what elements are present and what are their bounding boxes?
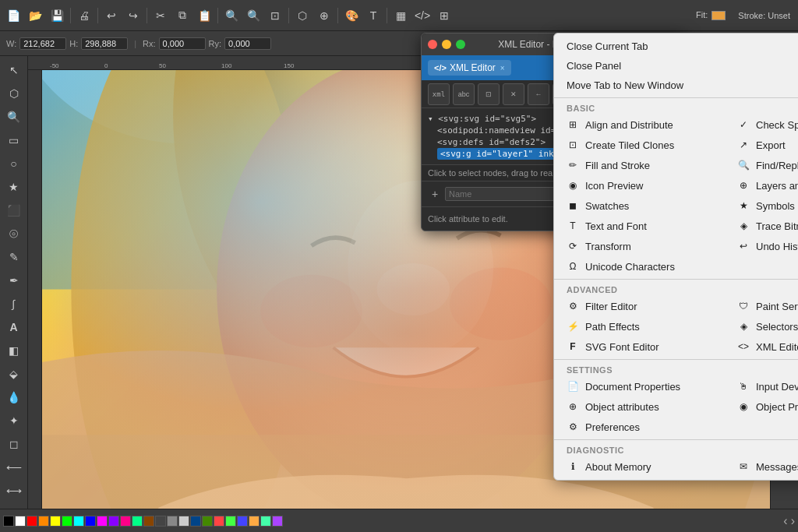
align-icon[interactable]: ⊞ [434,5,454,26]
text-tool-btn[interactable]: A [3,316,25,338]
copy-icon[interactable]: ⧉ [172,5,192,26]
xml-editor-tab-label[interactable]: XML Editor [450,62,496,73]
color-swatch-brown[interactable] [143,516,154,527]
color-swatch-peach[interactable] [249,516,260,527]
color-swatch-magenta[interactable] [97,516,108,527]
print-icon[interactable]: 🖨 [74,5,94,26]
menu-svg-font-editor[interactable]: F SVG Font Editor [554,336,725,357]
pencil-tool-btn[interactable]: ✎ [3,246,25,268]
xml-unindent-btn[interactable]: ← [528,83,549,105]
scroll-left-btn[interactable]: ‹ [783,514,787,528]
menu-path-effects[interactable]: ⚡ Path Effects [554,316,725,336]
color-swatch-lightblue[interactable] [237,516,248,527]
menu-check-spelling[interactable]: ✓ Check Spelling [725,115,798,135]
menu-icon-preview[interactable]: ◉ Icon Preview [554,175,725,196]
cut-icon[interactable]: ✂ [150,5,171,26]
w-input[interactable] [19,37,66,50]
gradient-icon[interactable]: ▦ [390,5,411,26]
color-swatch-white[interactable] [15,516,26,527]
color-picker-icon[interactable]: 🎨 [341,5,362,26]
color-swatch-lightred[interactable] [214,516,224,527]
menu-close-panel[interactable]: Close Panel [554,56,798,76]
xml-delete-btn[interactable]: ✕ [503,83,524,105]
dropper-btn[interactable]: 💧 [3,386,25,408]
undo-icon[interactable]: ↩ [101,5,122,26]
eraser-btn[interactable]: ◻ [3,433,25,455]
menu-layers-objects[interactable]: ⊕ Layers and Objects [725,175,798,196]
menu-unicode-chars[interactable]: Ω Unicode Characters [554,256,725,277]
xml-add-attr-btn[interactable]: + [428,186,442,202]
menu-text-font[interactable]: T Text and Font [554,216,725,236]
xml-editor-icon[interactable]: </> [412,5,433,26]
color-swatch-yellow[interactable] [50,516,61,527]
menu-document-props[interactable]: 📄 Document Properties [554,376,725,396]
color-swatch-pink[interactable] [120,516,131,527]
menu-filter-editor[interactable]: ⚙ Filter Editor [554,296,725,316]
select-tool-btn[interactable]: ↖ [3,59,25,81]
gradient-tool-btn[interactable]: ◧ [3,340,25,361]
menu-paint-servers[interactable]: 🛡 Paint Servers [725,296,798,316]
color-swatch-seafoam[interactable] [260,516,271,527]
color-swatch-lightgreen[interactable] [225,516,236,527]
color-swatch-violet[interactable] [272,516,283,527]
color-swatch-mint[interactable] [132,516,143,527]
node-edit-btn[interactable]: ⬡ [3,83,25,104]
menu-close-current-tab[interactable]: Close Current Tab [554,37,798,56]
zoom-tool-btn[interactable]: 🔍 [3,106,25,128]
color-swatch-orange[interactable] [38,516,49,527]
h-input[interactable] [81,37,128,50]
connector-btn[interactable]: ⟵ [3,456,25,478]
3d-box-btn[interactable]: ⬛ [3,199,25,221]
calligraphy-btn[interactable]: ∫ [3,293,25,315]
xml-node-xml-btn[interactable]: xml [428,83,450,105]
zoom-out-icon[interactable]: 🔍 [243,5,263,26]
star-tool-btn[interactable]: ★ [3,176,25,198]
menu-undo-history[interactable]: ↩ Undo History [725,236,798,256]
color-swatch-lightgray[interactable] [178,516,189,527]
menu-fill-stroke[interactable]: ✏ Fill and Stroke [554,155,725,175]
menu-tiled-clones[interactable]: ⊡ Create Tiled Clones [554,135,725,155]
measure-btn[interactable]: ⟷ [3,480,25,502]
xml-tab-close-btn[interactable]: × [500,64,505,72]
menu-transform[interactable]: ⟳ Transform [554,236,725,256]
menu-object-attributes[interactable]: ⊕ Object attributes [554,396,725,417]
color-swatch-darkgreen[interactable] [202,516,213,527]
bezier-tool-btn[interactable]: ✒ [3,270,25,291]
menu-trace-bitmap[interactable]: ◈ Trace Bitmap [725,216,798,236]
menu-preferences[interactable]: ⚙ Preferences [554,417,725,437]
color-swatch-blue[interactable] [85,516,96,527]
ellipse-tool-btn[interactable]: ○ [3,153,25,174]
open-file-icon[interactable]: 📂 [25,5,45,26]
paste-icon[interactable]: 📋 [194,5,214,26]
xml-attr-name-input[interactable] [445,187,560,201]
rect-tool-btn[interactable]: ▭ [3,129,25,151]
menu-move-tab-new-window[interactable]: Move Tab to New Window [554,76,798,95]
node-tool-icon[interactable]: ⬡ [292,5,312,26]
save-icon[interactable]: 💾 [47,5,67,26]
menu-symbols[interactable]: ★ Symbols [725,196,798,216]
scroll-right-btn[interactable]: › [791,514,795,528]
menu-xml-editor[interactable]: <> XML Editor [725,336,798,357]
menu-align-distribute[interactable]: ⊞ Align and Distribute [554,115,725,135]
ry-input[interactable] [224,37,271,50]
menu-about-memory[interactable]: ℹ About Memory [554,456,725,477]
menu-input-devices[interactable]: 🖱 Input Devices [725,376,798,396]
zoom-fit-icon[interactable]: ⊡ [265,5,285,26]
spray-btn[interactable]: ✦ [3,410,25,432]
menu-messages[interactable]: ✉ Messages [725,456,798,477]
color-swatch-purple[interactable] [108,516,119,527]
window-close-btn[interactable] [428,40,437,49]
zoom-in-icon[interactable]: 🔍 [221,5,242,26]
menu-object-properties[interactable]: ◉ Object Properties [725,396,798,417]
menu-export[interactable]: ↗ Export [725,135,798,155]
redo-icon[interactable]: ↪ [123,5,143,26]
color-swatch-black[interactable] [3,516,14,527]
text-icon[interactable]: T [363,5,383,26]
menu-find-replace[interactable]: 🔍 Find/Replace [725,155,798,175]
color-swatch-darkblue[interactable] [190,516,201,527]
fill-tool-btn[interactable]: ⬙ [3,363,25,385]
rx-input[interactable] [159,37,206,50]
xml-duplicate-btn[interactable]: ⊡ [478,83,500,105]
xml-node-text-btn[interactable]: abc [453,83,475,105]
color-swatch-green[interactable] [62,516,72,527]
